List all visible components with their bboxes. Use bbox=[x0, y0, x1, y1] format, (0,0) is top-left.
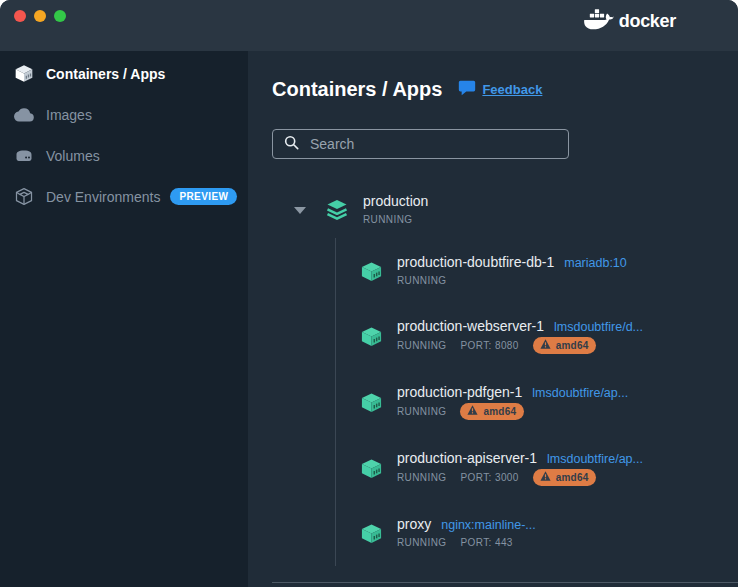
container-icon bbox=[360, 391, 383, 414]
arch-label: amd64 bbox=[483, 406, 516, 418]
chevron-down-icon[interactable] bbox=[294, 207, 306, 214]
title-bar: docker bbox=[0, 0, 738, 51]
container-status: RUNNING bbox=[397, 273, 446, 288]
dev-environments-icon bbox=[14, 186, 34, 207]
docker-wordmark: docker bbox=[619, 11, 676, 32]
arch-label: amd64 bbox=[556, 340, 589, 352]
bottom-divider bbox=[272, 582, 738, 583]
sidebar-item-label: Images bbox=[46, 107, 92, 123]
container-status: RUNNING bbox=[397, 404, 446, 419]
container-row[interactable]: proxy nginx:mainline-... RUNNING PORT: 4… bbox=[360, 516, 738, 550]
container-name: production-doubtfire-db-1 bbox=[397, 254, 554, 271]
container-status: RUNNING bbox=[397, 470, 446, 485]
container-icon bbox=[360, 325, 383, 348]
feedback-bubble-icon bbox=[458, 80, 476, 100]
group-name: production bbox=[363, 193, 428, 210]
feedback: Feedback bbox=[458, 80, 542, 100]
container-port: PORT: 3000 bbox=[460, 470, 518, 485]
sidebar-item-volumes[interactable]: Volumes bbox=[0, 135, 248, 176]
container-name: production-apiserver-1 bbox=[397, 450, 537, 467]
volumes-icon bbox=[14, 147, 34, 164]
container-row[interactable]: production-doubtfire-db-1 mariadb:10 RUN… bbox=[360, 254, 738, 288]
maximize-window-button[interactable] bbox=[54, 10, 66, 22]
images-icon bbox=[14, 106, 34, 123]
warning-icon bbox=[467, 405, 478, 418]
container-image: nginx:mainline-... bbox=[441, 518, 536, 532]
arch-label: amd64 bbox=[556, 472, 589, 484]
docker-brand: docker bbox=[584, 9, 676, 34]
layers-icon bbox=[325, 199, 349, 222]
sidebar-item-label: Volumes bbox=[46, 148, 100, 164]
sidebar-item-containers-apps[interactable]: Containers / Apps bbox=[0, 53, 248, 94]
container-name: proxy bbox=[397, 516, 431, 533]
traffic-lights bbox=[14, 10, 66, 22]
arch-warning-badge: amd64 bbox=[533, 469, 597, 486]
main-panel: Containers / Apps Feedback production RU… bbox=[248, 51, 738, 587]
group-children: production-doubtfire-db-1 mariadb:10 RUN… bbox=[335, 238, 738, 566]
container-icon bbox=[360, 522, 383, 545]
sidebar-item-label: Containers / Apps bbox=[46, 66, 165, 82]
container-image: lmsdoubtfire/ap... bbox=[532, 386, 628, 400]
search-box bbox=[272, 129, 569, 159]
docker-desktop-window: docker Containers / Apps Images Volumes … bbox=[0, 0, 738, 587]
container-image: mariadb:10 bbox=[564, 256, 627, 270]
containers-icon bbox=[14, 63, 34, 84]
container-port: PORT: 8080 bbox=[460, 338, 518, 353]
arch-warning-badge: amd64 bbox=[533, 337, 597, 354]
main-header: Containers / Apps Feedback bbox=[272, 78, 738, 101]
container-icon bbox=[360, 457, 383, 480]
page-title: Containers / Apps bbox=[272, 78, 442, 101]
warning-icon bbox=[540, 339, 551, 352]
warning-icon bbox=[540, 471, 551, 484]
container-image: lmsdoubtfire/ap... bbox=[547, 452, 643, 466]
sidebar-item-label: Dev Environments bbox=[46, 189, 160, 205]
container-image: lmsdoubtfire/d... bbox=[554, 320, 643, 334]
container-icon bbox=[360, 260, 383, 283]
search-input[interactable] bbox=[308, 135, 557, 153]
sidebar-item-images[interactable]: Images bbox=[0, 94, 248, 135]
container-row[interactable]: production-apiserver-1 lmsdoubtfire/ap..… bbox=[360, 450, 738, 486]
container-port: PORT: 443 bbox=[460, 535, 512, 550]
compose-group-row[interactable]: production RUNNING bbox=[272, 193, 738, 227]
sidebar: Containers / Apps Images Volumes Dev Env… bbox=[0, 51, 248, 587]
feedback-link[interactable]: Feedback bbox=[482, 82, 542, 97]
container-row[interactable]: production-webserver-1 lmsdoubtfire/d...… bbox=[360, 318, 738, 354]
container-list: production RUNNING production-doubtfire-… bbox=[272, 193, 738, 566]
container-name: production-pdfgen-1 bbox=[397, 384, 522, 401]
close-window-button[interactable] bbox=[14, 10, 26, 22]
arch-warning-badge: amd64 bbox=[460, 403, 524, 420]
search-icon bbox=[284, 135, 299, 154]
container-status: RUNNING bbox=[397, 535, 446, 550]
sidebar-item-dev-environments[interactable]: Dev Environments PREVIEW bbox=[0, 176, 248, 217]
container-name: production-webserver-1 bbox=[397, 318, 544, 335]
container-row[interactable]: production-pdfgen-1 lmsdoubtfire/ap... R… bbox=[360, 384, 738, 420]
minimize-window-button[interactable] bbox=[34, 10, 46, 22]
preview-badge: PREVIEW bbox=[170, 188, 237, 205]
group-status: RUNNING bbox=[363, 212, 412, 227]
docker-whale-icon bbox=[584, 9, 614, 34]
container-status: RUNNING bbox=[397, 338, 446, 353]
